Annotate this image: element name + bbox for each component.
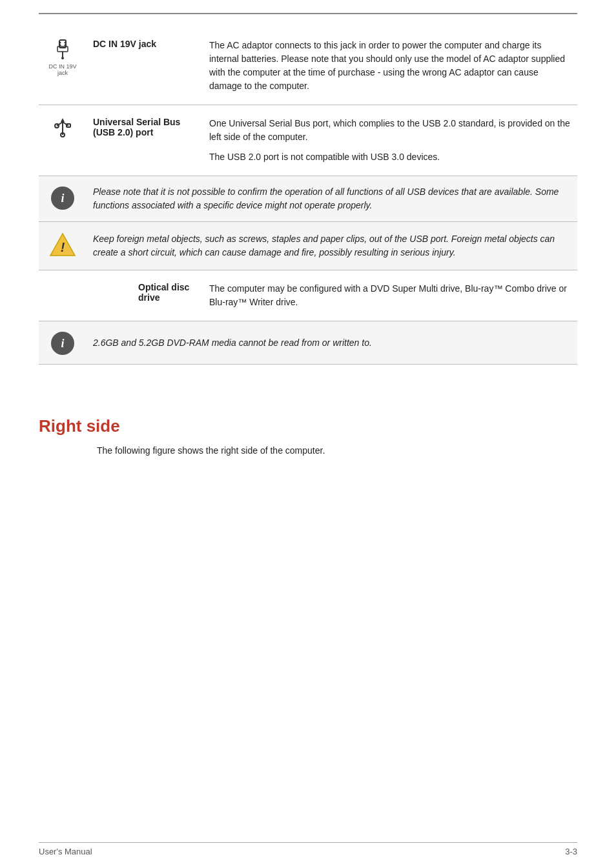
usb-icon [45, 117, 80, 141]
right-side-section: Right side The following figure shows th… [39, 390, 577, 458]
footer-left: User's Manual [39, 847, 92, 856]
optical-term: Optical disc drive [87, 270, 203, 321]
usb-desc: One Universal Serial Bus port, which com… [203, 105, 577, 176]
footer-right: 3-3 [565, 847, 577, 856]
svg-point-5 [65, 42, 67, 44]
svg-marker-14 [61, 118, 65, 122]
usb-term: Universal Serial Bus (USB 2.0) port [87, 105, 203, 176]
content-table: DC IN 19V jack DC IN 19V jack The AC ada… [39, 27, 577, 365]
table-row-dcin: DC IN 19V jack DC IN 19V jack The AC ada… [39, 27, 577, 105]
table-row-warning: ! Keep foreign metal objects, such as sc… [39, 222, 577, 270]
info-icon-cell-2: i [39, 321, 87, 365]
svg-point-7 [65, 45, 67, 46]
right-side-title: Right side [39, 416, 577, 436]
optical-desc: The computer may be configured with a DV… [203, 270, 577, 321]
top-border [39, 13, 577, 14]
dcin-label: DC IN 19V jack [45, 63, 80, 76]
usb-icon-cell [39, 105, 87, 176]
dcin-icon: DC IN 19V jack [45, 39, 80, 76]
table-row-usb: Universal Serial Bus (USB 2.0) port One … [39, 105, 577, 176]
warning-icon-cell: ! [39, 222, 87, 270]
svg-point-4 [59, 42, 61, 44]
table-row-note-usb: i Please note that it is not possible to… [39, 176, 577, 222]
info-icon-cell-1: i [39, 176, 87, 222]
footer: User's Manual 3-3 [39, 842, 577, 856]
note-usb-text: Please note that it is not possible to c… [87, 176, 577, 222]
svg-point-3 [61, 57, 64, 59]
table-row-note-dvd: i 2.6GB and 5.2GB DVD-RAM media cannot b… [39, 321, 577, 365]
table-row-optical: Optical disc drive The computer may be c… [39, 270, 577, 321]
dcin-term: DC IN 19V jack [87, 27, 203, 105]
optical-icon-cell [39, 270, 87, 321]
svg-point-6 [59, 45, 61, 46]
info-icon-1: i [51, 187, 74, 210]
svg-text:!: ! [61, 240, 65, 254]
warning-icon: ! [49, 232, 76, 261]
right-side-description: The following figure shows the right sid… [97, 444, 577, 458]
dcin-icon-cell: DC IN 19V jack [39, 27, 87, 105]
warning-text: Keep foreign metal objects, such as scre… [87, 222, 577, 270]
info-icon-2: i [51, 332, 74, 355]
note-dvd-text: 2.6GB and 5.2GB DVD-RAM media cannot be … [87, 321, 577, 365]
dcin-desc: The AC adaptor connects to this jack in … [203, 27, 577, 105]
